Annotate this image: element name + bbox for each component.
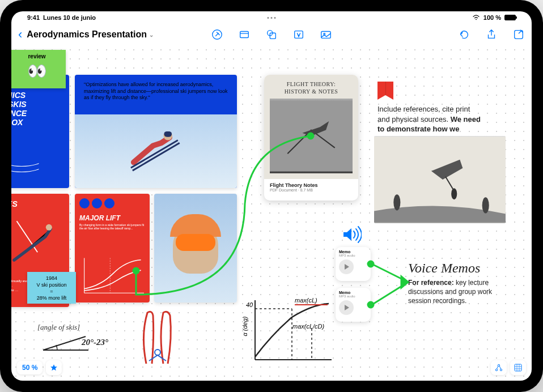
poster-skier-portrait[interactable] (154, 194, 237, 302)
poster-quote-text: "Optimizations have allowed for increase… (75, 75, 237, 108)
status-time: 9:41 (27, 14, 40, 21)
skier-jump-image (75, 114, 237, 188)
memo-title: Memo (339, 250, 367, 254)
angle-sketch[interactable]: [angle of skis] 20°-23° (37, 323, 128, 357)
favorite-button[interactable] (46, 360, 62, 375)
star-icon (50, 364, 58, 372)
svg-point-12 (46, 224, 52, 231)
bookmark-icon (377, 82, 393, 100)
status-battery-pct: 100 % (483, 14, 501, 21)
sticky-line: 28% more lift (32, 295, 71, 302)
skier-sequence-icons (79, 198, 114, 208)
svg-point-19 (451, 188, 457, 199)
document-title: Aerodynamics Presentation (27, 29, 147, 40)
svg-rect-39 (515, 364, 521, 371)
svg-point-8 (324, 33, 325, 35)
lift-diagram (79, 255, 147, 298)
text-tool-icon[interactable] (292, 28, 305, 41)
memo-subtitle: MP3 audio (339, 295, 367, 298)
graph-ylabel: α (deg) (241, 316, 248, 336)
handwritten-title: Voice Memos (408, 261, 511, 276)
svg-point-37 (500, 369, 502, 370)
flow-lines-graphic (11, 154, 46, 177)
memo-title: Memo (339, 291, 367, 295)
angle-value: 20°-23° (82, 338, 108, 347)
sticky-line: V ski position (32, 282, 71, 289)
sticky-note-tool-icon[interactable] (238, 28, 251, 41)
share-icon[interactable] (485, 28, 498, 41)
graph-sketch[interactable]: 40 α (deg) max(cL) max(cL/cD) (238, 295, 334, 368)
audio-memo-2[interactable]: Memo MP3 audio (336, 288, 371, 322)
multitask-dots[interactable] (268, 17, 276, 19)
graph-annotation: max(cL) (295, 297, 317, 304)
pdf-cover-image (270, 99, 353, 173)
glider-photo[interactable] (374, 136, 506, 223)
svg-rect-2 (240, 32, 249, 38)
memo-label: For reference: (408, 279, 454, 287)
chevron-down-icon: ⌄ (149, 32, 154, 38)
grid-icon (514, 363, 523, 372)
poster-quote[interactable]: "Optimizations have allowed for increase… (75, 75, 237, 188)
graph-nodes-icon (494, 363, 503, 372)
freeform-canvas[interactable]: NS AMICS N SKIS TANCE ADOX NS "Optimizat… (11, 45, 532, 381)
zoom-value: 50 % (22, 364, 37, 372)
graph-annotation: max(cL/cD) (292, 323, 324, 330)
svg-point-36 (495, 369, 497, 370)
svg-point-0 (476, 19, 477, 20)
speaker-icon (341, 224, 362, 245)
poster-title: MAJOR LIFT (75, 210, 150, 223)
svg-rect-11 (164, 131, 172, 137)
media-tool-icon[interactable] (320, 28, 332, 41)
memo-subtitle: MP3 audio (339, 254, 367, 257)
svg-marker-35 (401, 276, 408, 288)
pen-tool-icon[interactable] (211, 28, 223, 41)
play-button[interactable] (339, 300, 354, 315)
sticky-note-review[interactable]: review 👀 (11, 50, 66, 88)
back-button[interactable]: ‹ (18, 27, 22, 42)
svg-point-20 (393, 194, 400, 210)
poster-body-text: By changing form in a wide formation ski… (75, 223, 150, 230)
document-title-button[interactable]: Aerodynamics Presentation ⌄ (27, 29, 154, 40)
svg-point-38 (498, 364, 499, 366)
play-button[interactable] (339, 259, 354, 274)
audio-memo-1[interactable]: Memo MP3 audio (336, 247, 371, 281)
pdf-filemeta: PDF Document · 8.7 MB (270, 188, 353, 192)
sticky-line: 1984 (32, 275, 71, 282)
status-bar: 9:41 Lunes 10 de junio 100 % (11, 11, 532, 24)
status-date: Lunes 10 de junio (43, 14, 96, 21)
svg-line-23 (43, 336, 86, 350)
screen: 9:41 Lunes 10 de junio 100 % ‹ Aerodynam… (11, 11, 532, 381)
svg-point-21 (482, 197, 489, 213)
ipad-frame: 9:41 Lunes 10 de junio 100 % ‹ Aerodynam… (0, 0, 543, 392)
poster-major-lift[interactable]: MAJOR LIFT By changing form in a wide fo… (75, 194, 150, 302)
poster-aerodynamics[interactable]: NS AMICS N SKIS TANCE ADOX NS (11, 75, 69, 188)
graph-tick: 40 (246, 301, 253, 308)
navigator-button[interactable] (491, 360, 507, 375)
sticky-text: review (12, 53, 61, 59)
battery-icon (504, 15, 516, 20)
sticky-line: = (32, 288, 71, 295)
sketch-figure[interactable] (134, 307, 181, 369)
pdf-cover-title: FLIGHT THEORY: HISTORY & NOTES (285, 80, 338, 95)
angle-label: [angle of skis] (37, 323, 128, 332)
skier-face-graphic (173, 223, 218, 274)
pdf-attachment[interactable]: FLIGHT THEORY: HISTORY & NOTES Flight Th… (264, 75, 358, 201)
sticky-note-vski[interactable]: 1984 V ski position = 28% more lift (27, 272, 76, 304)
voice-memos-text-block[interactable]: Voice Memos For reference: key lecture d… (408, 261, 511, 306)
eyes-icon: 👀 (12, 62, 61, 80)
pdf-filename: Flight Theory Notes (270, 182, 353, 188)
zoom-level-button[interactable]: 50 % (17, 361, 43, 374)
svg-point-24 (155, 350, 160, 355)
wifi-icon (472, 15, 480, 20)
app-header: ‹ Aerodynamics Presentation ⌄ (11, 24, 532, 45)
grid-toggle-button[interactable] (510, 360, 526, 375)
undo-icon[interactable] (458, 28, 470, 41)
pdf-preview: FLIGHT THEORY: HISTORY & NOTES (264, 75, 358, 179)
new-board-icon[interactable] (512, 28, 525, 41)
shapes-tool-icon[interactable] (265, 28, 278, 41)
